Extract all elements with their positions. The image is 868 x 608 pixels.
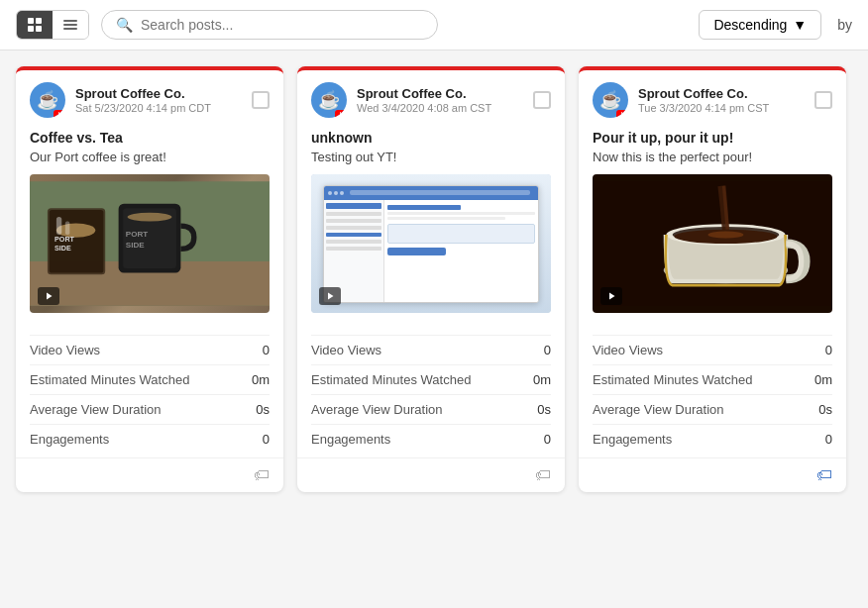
list-view-button[interactable] [53,11,88,39]
engagements-label-3: Engagements [593,432,672,447]
svg-rect-5 [63,24,77,26]
sort-button[interactable]: Descending ▼ [699,10,821,40]
svg-rect-12 [56,217,61,235]
card-body-1: Coffee vs. Tea Our Port coffee is great!… [16,130,283,335]
stat-row-duration-2: Average View Duration 0s [311,394,551,424]
avatar-3: ☕ [593,82,628,118]
post-date-1: Sat 5/23/2020 4:14 pm CDT [75,102,242,114]
post-subtitle-3: Now this is the perfect pour! [593,150,832,164]
post-date-2: Wed 3/4/2020 4:08 am CST [357,102,523,114]
address-bar [350,190,530,195]
post-title-3: Pour it up, pour it up! [593,130,832,146]
avatar-2: ☕ [311,82,347,118]
thumbnail-2 [311,174,551,313]
header-info-2: Sprout Coffee Co. Wed 3/4/2020 4:08 am C… [357,86,523,114]
chevron-down-icon: ▼ [793,17,807,33]
svg-text:PORT: PORT [126,230,148,239]
card-footer-2: 🏷 [297,457,565,492]
sidebar-item-active [326,203,380,209]
account-name-1: Sprout Coffee Co. [75,86,242,101]
duration-value-1: 0s [256,402,270,417]
svg-text:SIDE: SIDE [126,241,145,250]
stats-1: Video Views 0 Estimated Minutes Watched … [16,335,283,454]
stat-row-video-views-1: Video Views 0 [30,335,270,364]
screen-content [324,200,538,302]
minutes-label-1: Estimated Minutes Watched [30,372,189,387]
post-date-3: Tue 3/3/2020 4:14 pm CST [638,102,805,114]
minutes-label-2: Estimated Minutes Watched [311,372,471,387]
post-subtitle-1: Our Port coffee is great! [30,150,270,164]
search-input[interactable] [141,17,423,33]
post-card-3: ☕ Sprout Coffee Co. Tue 3/3/2020 4:14 pm… [579,66,846,492]
stat-row-duration-1: Average View Duration 0s [30,394,270,424]
search-icon: 🔍 [116,17,133,33]
video-views-label-1: Video Views [30,343,100,357]
svg-text:PORT: PORT [54,236,75,244]
svg-point-26 [708,231,744,238]
card-checkbox-2[interactable] [533,91,551,109]
card-body-3: Pour it up, pour it up! Now this is the … [579,130,846,335]
minutes-label-3: Estimated Minutes Watched [593,372,752,387]
post-title-2: unknown [311,130,551,146]
card-footer-3: 🏷 [579,457,846,492]
stat-row-minutes-1: Estimated Minutes Watched 0m [30,364,270,394]
stat-row-video-views-3: Video Views 0 [593,335,832,364]
svg-rect-6 [63,28,77,30]
stat-row-engagements-1: Engagements 0 [30,424,270,454]
card-checkbox-3[interactable] [814,91,832,109]
screen-main [384,200,538,302]
tag-icon-2[interactable]: 🏷 [535,466,551,484]
minutes-value-1: 0m [252,372,270,387]
tag-icon-3[interactable]: 🏷 [816,466,832,484]
minutes-value-2: 0m [533,372,551,387]
post-subtitle-2: Testing out YT! [311,150,551,164]
thumbnail-svg-1: PORT SIDE PORT SIDE [30,174,270,313]
account-name-2: Sprout Coffee Co. [357,86,523,101]
avatar-1: ☕ [30,82,65,118]
sidebar-item-6 [326,247,380,251]
grid-view-button[interactable] [17,11,53,39]
main-button [387,248,447,255]
stats-3: Video Views 0 Estimated Minutes Watched … [579,335,846,454]
sort-label: Descending [713,17,787,33]
top-bar: 🔍 Descending ▼ by [0,0,868,51]
svg-text:SIDE: SIDE [54,245,71,253]
video-views-value-2: 0 [544,343,551,357]
nav-dot-1 [328,191,332,195]
cards-container: ☕ Sprout Coffee Co. Sat 5/23/2020 4:14 p… [0,51,868,508]
tag-icon-1[interactable]: 🏷 [254,466,270,484]
view-toggle [16,10,89,40]
sidebar-item-5 [326,240,380,244]
duration-value-3: 0s [818,402,832,417]
duration-label-2: Average View Duration [311,402,443,417]
youtube-badge-2 [335,110,347,118]
post-title-1: Coffee vs. Tea [30,130,270,146]
svg-rect-3 [36,26,42,32]
video-icon-2 [319,287,341,305]
main-row-3 [387,217,506,220]
search-box: 🔍 [101,10,438,40]
account-name-3: Sprout Coffee Co. [638,86,805,101]
thumbnail-1: PORT SIDE PORT SIDE [30,174,270,313]
card-header-2: ☕ Sprout Coffee Co. Wed 3/4/2020 4:08 am… [297,70,565,130]
engagements-value-3: 0 [825,432,832,447]
sidebar-item-4 [326,233,380,237]
stat-row-video-views-2: Video Views 0 [311,335,551,364]
svg-rect-4 [63,20,77,22]
header-info-1: Sprout Coffee Co. Sat 5/23/2020 4:14 pm … [75,86,242,114]
card-checkbox-1[interactable] [252,91,270,109]
card-body-2: unknown Testing out YT! [297,130,565,335]
thumbnail-3 [593,174,832,313]
stat-row-minutes-3: Estimated Minutes Watched 0m [593,364,832,394]
main-form-area [387,224,535,244]
video-icon-3 [600,287,622,305]
engagements-label-2: Engagements [311,432,390,447]
main-row-1 [387,205,462,210]
card-header-3: ☕ Sprout Coffee Co. Tue 3/3/2020 4:14 pm… [579,70,846,130]
stat-row-engagements-2: Engagements 0 [311,424,551,454]
duration-label-3: Average View Duration [593,402,724,417]
minutes-value-3: 0m [814,372,832,387]
svg-rect-2 [28,26,34,32]
card-footer-1: 🏷 [16,457,283,492]
video-views-label-3: Video Views [593,343,663,357]
